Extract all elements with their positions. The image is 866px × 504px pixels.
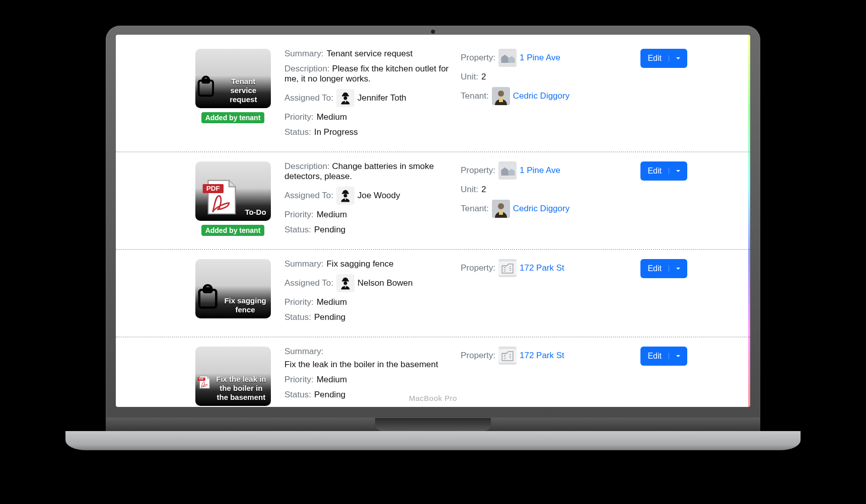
info-column: Summary: Fix sagging fenceAssigned To: N… xyxy=(284,259,451,327)
clipboard-icon xyxy=(195,69,216,104)
description-label: Description: xyxy=(284,161,330,171)
edit-dropdown-toggle[interactable] xyxy=(669,55,687,61)
svg-rect-15 xyxy=(499,211,503,215)
device-label: MacBook Pro xyxy=(106,394,760,402)
thumb-column: Fix sagging fence xyxy=(191,259,274,327)
property-link[interactable]: 1 Pine Ave xyxy=(520,165,560,176)
edit-button[interactable]: Edit xyxy=(640,49,687,68)
assigned-to-value: Nelson Bowen xyxy=(357,278,413,288)
property-label: Property: xyxy=(461,351,495,361)
edit-dropdown-toggle[interactable] xyxy=(669,168,687,174)
thumb-caption: Fix the leak in the boiler in the baseme… xyxy=(211,375,270,402)
assigned-to-value: Joe Woody xyxy=(357,191,400,201)
worker-icon xyxy=(338,276,352,290)
info-column: Summary: Tenant service requestDescripti… xyxy=(284,49,451,142)
svg-point-3 xyxy=(344,97,347,100)
property-link[interactable]: 172 Park St xyxy=(520,351,564,361)
tenant-link[interactable]: Cedric Diggory xyxy=(513,91,569,101)
task-card: Tenant service requestAdded by tenantSum… xyxy=(116,40,750,152)
priority-value: Medium xyxy=(317,297,347,307)
action-column: Edit xyxy=(632,49,687,142)
clipboard-icon xyxy=(195,279,220,314)
task-thumbnail[interactable]: Fix sagging fence xyxy=(195,259,271,318)
summary-label: Summary: xyxy=(284,347,323,357)
action-column: Edit xyxy=(632,259,687,327)
tenant-avatar xyxy=(492,87,510,105)
svg-rect-10 xyxy=(342,193,349,194)
svg-point-19 xyxy=(344,282,347,285)
added-by-tenant-badge: Added by tenant xyxy=(201,225,265,236)
summary-value: Fix sagging fence xyxy=(326,259,393,269)
svg-text:PDF: PDF xyxy=(206,185,220,192)
assigned-to-label: Assigned To: xyxy=(284,191,333,201)
screen: Tenant service requestAdded by tenantSum… xyxy=(116,35,750,407)
property-thumb xyxy=(498,161,517,180)
meta-column: Property: 1 Pine AveUnit: 2Tenant: Cedri… xyxy=(461,161,622,240)
property-label: Property: xyxy=(461,263,495,273)
unit-value: 2 xyxy=(481,72,486,82)
task-thumbnail[interactable]: Tenant service request xyxy=(195,49,271,108)
priority-value: Medium xyxy=(317,210,347,220)
summary-label: Summary: xyxy=(284,259,323,269)
meta-column: Property: 172 Park St xyxy=(461,259,622,327)
svg-point-6 xyxy=(498,91,504,97)
edit-button[interactable]: Edit xyxy=(640,347,687,366)
status-value: In Progress xyxy=(314,127,358,137)
svg-rect-18 xyxy=(342,280,349,281)
avatar-icon xyxy=(492,87,510,105)
property-thumb xyxy=(498,259,517,277)
assigned-to-value: Jennifer Toth xyxy=(357,93,406,103)
property-thumb xyxy=(498,49,517,67)
edit-dropdown-toggle[interactable] xyxy=(669,353,687,359)
added-by-tenant-badge: Added by tenant xyxy=(201,112,265,123)
status-label: Status: xyxy=(284,127,311,137)
unit-value: 2 xyxy=(481,185,486,195)
summary-value: Fix the leak in the boiler in the baseme… xyxy=(284,360,438,370)
assigned-to-label: Assigned To: xyxy=(284,278,333,288)
property-label: Property: xyxy=(461,165,495,176)
assignee-avatar xyxy=(336,274,354,292)
edit-button-label: Edit xyxy=(640,54,669,63)
task-list: Tenant service requestAdded by tenantSum… xyxy=(116,40,750,407)
status-value: Pending xyxy=(314,312,345,322)
edit-button[interactable]: Edit xyxy=(640,161,687,181)
chevron-down-icon xyxy=(675,55,681,61)
tenant-link[interactable]: Cedric Diggory xyxy=(513,204,569,214)
description-label: Description: xyxy=(284,64,330,73)
property-link[interactable]: 172 Park St xyxy=(520,263,564,273)
tenant-label: Tenant: xyxy=(461,204,489,214)
pdf-icon: PDF xyxy=(196,178,242,217)
info-column: Description: Change batteries in smoke d… xyxy=(284,161,451,240)
unit-label: Unit: xyxy=(461,72,478,82)
house-thumb-icon xyxy=(498,50,517,65)
assigned-to-label: Assigned To: xyxy=(284,93,333,103)
action-column: Edit xyxy=(632,161,687,240)
assignee-avatar xyxy=(336,187,354,205)
edit-button-label: Edit xyxy=(640,264,669,273)
tenant-avatar xyxy=(492,200,510,218)
status-label: Status: xyxy=(284,225,311,235)
svg-rect-1 xyxy=(202,79,209,82)
chevron-down-icon xyxy=(675,266,681,272)
task-card: Fix sagging fenceSummary: Fix sagging fe… xyxy=(116,250,750,338)
task-thumbnail[interactable]: PDF To-Do xyxy=(195,161,271,221)
property-label: Property: xyxy=(461,53,495,63)
edit-button-label: Edit xyxy=(640,352,669,361)
summary-label: Summary: xyxy=(284,49,323,59)
building-thumb-icon xyxy=(498,261,517,276)
worker-icon xyxy=(338,91,352,105)
summary-value: Tenant service request xyxy=(326,49,412,59)
priority-value: Medium xyxy=(317,112,347,122)
edit-dropdown-toggle[interactable] xyxy=(669,266,687,272)
thumb-caption: To-Do xyxy=(242,208,269,217)
house-thumb-icon xyxy=(498,163,517,178)
worker-icon xyxy=(338,189,352,203)
priority-label: Priority: xyxy=(284,210,314,220)
svg-point-14 xyxy=(498,203,504,209)
avatar-icon xyxy=(492,200,510,218)
thumb-caption: Fix sagging fence xyxy=(220,296,271,314)
thumb-column: Tenant service requestAdded by tenant xyxy=(191,49,274,142)
edit-button[interactable]: Edit xyxy=(640,259,687,278)
priority-label: Priority: xyxy=(284,375,314,385)
property-link[interactable]: 1 Pine Ave xyxy=(520,53,560,63)
